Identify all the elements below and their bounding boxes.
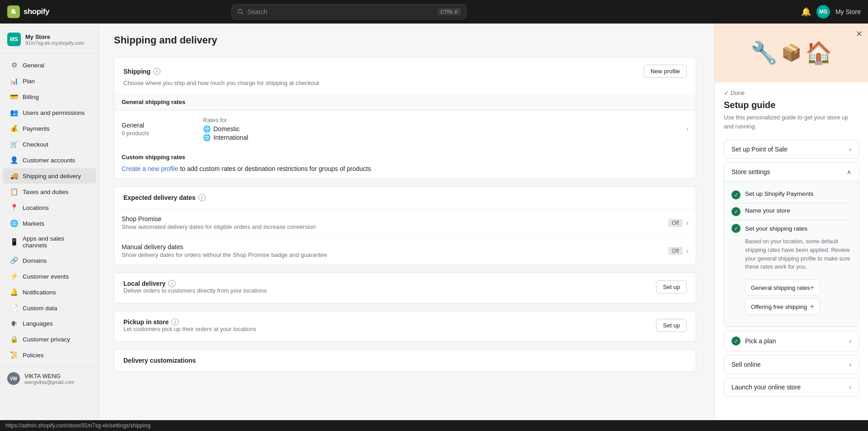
sidebar-item-plan[interactable]: 📊 Plan	[3, 73, 96, 89]
shop-promise-controls: Off ›	[668, 219, 689, 227]
user-info: VIKTA WENG wengvikta@gmail.com	[24, 373, 74, 385]
sidebar-label-payments: Payments	[23, 125, 50, 132]
create-profile-link[interactable]: Create a new profile	[122, 165, 178, 172]
pickup-setup-btn[interactable]: Set up	[656, 319, 687, 332]
setup-section-store-header[interactable]: Store settings ∧	[724, 163, 859, 181]
delivery-customizations-section: Delivery customizations	[114, 350, 696, 371]
notifications-bell[interactable]: 🔔	[801, 7, 811, 17]
international-label: International	[213, 134, 248, 141]
store-chevron-icon: ∧	[847, 168, 851, 175]
user-name: VIKTA WENG	[24, 373, 74, 379]
domains-icon: 🔗	[10, 256, 18, 265]
sell-chevron-icon: ›	[849, 361, 851, 368]
shipping-info-icon[interactable]: i	[153, 68, 160, 75]
manual-dates-title: Manual delivery dates	[122, 243, 663, 251]
shipping-rates-check-icon: ✓	[731, 224, 741, 233]
globe-icon-international: 🌐	[203, 134, 211, 141]
plan-section-label: Pick a plan	[745, 337, 844, 345]
shipping-rates-item-label: Set your shipping rates	[745, 225, 807, 232]
sidebar-label-plan: Plan	[23, 78, 35, 85]
store-section-body: ✓ Set up Shopify Payments ✓ Name your st…	[724, 181, 859, 327]
sidebar-label-languages: Languages	[23, 320, 53, 327]
setup-close-button[interactable]: ✕	[856, 29, 863, 39]
sidebar-label-billing: Billing	[23, 94, 39, 100]
sidebar-label-custom-data: Custom data	[23, 305, 57, 312]
general-rates-row[interactable]: General 0 products Rates for 🌐 Domestic	[114, 110, 696, 147]
user-avatar: VW	[7, 372, 20, 385]
sidebar-item-users[interactable]: 👥 Users and permissions	[3, 105, 96, 120]
pickup-subtitle: Let customers pick up their orders at yo…	[123, 326, 256, 332]
local-delivery-info-icon[interactable]: i	[168, 280, 175, 287]
sidebar-item-shipping[interactable]: 🚚 Shipping and delivery	[3, 168, 96, 184]
shopify-wordmark: shopify	[24, 7, 49, 16]
pickup-info-icon[interactable]: i	[171, 318, 179, 326]
delivery-dates-info-icon[interactable]: i	[198, 194, 206, 201]
manual-dates-controls: Off ›	[668, 247, 689, 255]
sidebar-item-billing[interactable]: 💳 Billing	[3, 89, 96, 104]
setup-section-plan-header[interactable]: ✓ Pick a plan ›	[724, 331, 859, 351]
custom-rates-content: Create a new profile to add custom rates…	[122, 165, 689, 172]
sidebar-item-domains[interactable]: 🔗 Domains	[3, 253, 96, 268]
sidebar-item-customer-events[interactable]: ⚡ Customer events	[3, 269, 96, 284]
setup-section-pos-header[interactable]: Set up Point of Sale ›	[724, 140, 859, 158]
sidebar-label-markets: Markets	[23, 220, 44, 227]
launch-section-label: Launch your online store	[731, 384, 801, 391]
sidebar-store-url: 91m7sg-ek.myshopify.com	[25, 40, 84, 46]
rates-for-label: Rates for	[203, 117, 686, 123]
local-delivery-card: Local delivery i Deliver orders to custo…	[114, 272, 696, 303]
sidebar-item-locations[interactable]: 📍 Locations	[3, 200, 96, 215]
general-title: General	[122, 122, 203, 129]
manual-dates-expand[interactable]: ›	[686, 247, 689, 255]
sidebar-label-general: General	[23, 62, 44, 69]
shopify-logo[interactable]: shopify	[7, 5, 61, 18]
locations-icon: 📍	[10, 204, 18, 212]
new-profile-button[interactable]: New profile	[644, 65, 687, 78]
setup-guide-panel: ✕ 🔧 📦 🏠 ✓ Done Setup guide Use this pers…	[714, 24, 868, 431]
pos-chevron-icon: ›	[849, 146, 851, 153]
general-rates-section: General shipping rates General 0 product…	[114, 94, 696, 147]
name-store-check-icon: ✓	[731, 207, 741, 216]
shop-promise-expand[interactable]: ›	[686, 219, 689, 227]
delivery-dates-card: Expected delivery dates i Shop Promise S…	[114, 186, 696, 265]
sidebar-item-general[interactable]: ⚙ General	[3, 57, 96, 73]
sidebar-item-payments[interactable]: 💰 Payments	[3, 121, 96, 136]
shipping-icon: 🚚	[10, 172, 18, 180]
sidebar-item-privacy[interactable]: 🔒 Customer privacy	[3, 332, 96, 347]
local-delivery-setup-btn[interactable]: Set up	[656, 280, 687, 294]
sidebar-item-languages[interactable]: 🗣 Languages	[3, 316, 96, 331]
shipping-rates-desc: Based on your location, some default shi…	[745, 237, 851, 271]
notifications-icon: 🔔	[10, 288, 18, 296]
sidebar-label-domains: Domains	[23, 257, 47, 264]
sidebar-item-custom-data[interactable]: 📄 Custom data	[3, 300, 96, 316]
sidebar-item-checkout[interactable]: 🛒 Checkout	[3, 137, 96, 152]
payments-item-label: Set up Shopify Payments	[745, 190, 814, 197]
free-shipping-subitem[interactable]: Offering free shipping +	[745, 298, 820, 315]
general-col: General 0 products	[122, 122, 203, 137]
pickup-title: Pickup in store i	[123, 318, 256, 326]
shop-promise-title: Shop Promise	[122, 215, 663, 223]
sidebar-label-policies: Policies	[23, 352, 44, 359]
manual-dates-info: Manual delivery dates Show delivery date…	[122, 243, 663, 258]
sidebar-item-policies[interactable]: 📜 Policies	[3, 347, 96, 363]
setup-section-sell-header[interactable]: Sell online ›	[724, 355, 859, 374]
setup-content: ✓ Done Setup guide Use this personalized…	[715, 82, 868, 431]
sidebar-item-apps[interactable]: 📱 Apps and sales channels	[3, 232, 96, 252]
search-input[interactable]	[247, 8, 434, 15]
destinations: 🌐 Domestic 🌐 International	[203, 125, 686, 141]
shop-promise-row: Shop Promise Show automated delivery dat…	[114, 209, 696, 237]
general-rates-header: General shipping rates	[114, 94, 696, 110]
setup-section-launch-header[interactable]: Launch your online store ›	[724, 378, 859, 396]
shipping-card: Shipping i New profile Choose where you …	[114, 57, 696, 179]
name-store-item-label: Name your store	[745, 207, 790, 214]
search-box[interactable]: CTRL K	[231, 4, 467, 19]
sidebar-item-markets[interactable]: 🌐 Markets	[3, 216, 96, 231]
sidebar-item-notifications[interactable]: 🔔 Notifications	[3, 284, 96, 300]
sidebar-item-customer-accounts[interactable]: 👤 Customer accounts	[3, 152, 96, 168]
domestic-label: Domestic	[213, 125, 240, 133]
general-shipping-subitem[interactable]: General shipping rates +	[745, 279, 820, 296]
payments-icon: 💰	[10, 124, 18, 133]
sidebar-item-taxes[interactable]: 📋 Taxes and duties	[3, 184, 96, 199]
setup-section-store: Store settings ∧ ✓ Set up Shopify Paymen…	[724, 162, 859, 327]
panel-header: Shipping and delivery	[114, 34, 696, 46]
shipping-header-section: Shipping i New profile Choose where you …	[114, 57, 696, 94]
